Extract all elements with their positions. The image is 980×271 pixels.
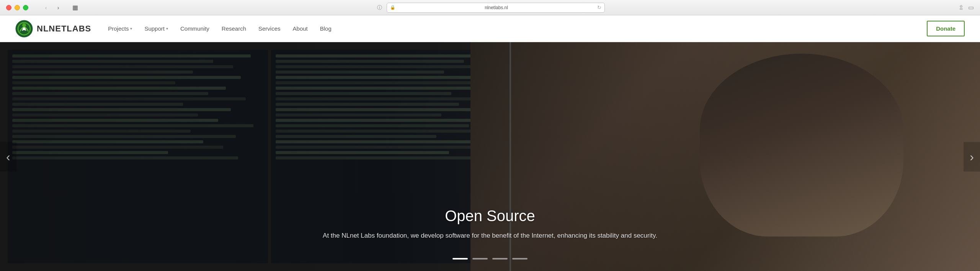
- window-controls-left: ‹ › ▦: [6, 3, 80, 12]
- nav-label-blog: Blog: [320, 25, 332, 32]
- nav-item-blog[interactable]: Blog: [315, 22, 337, 35]
- slide-dot-3[interactable]: [492, 258, 508, 260]
- close-button[interactable]: [6, 5, 11, 10]
- chevron-projects: ▾: [130, 26, 132, 31]
- nav-item-research[interactable]: Research: [216, 22, 252, 35]
- hero-title: Open Source: [318, 207, 662, 225]
- forward-arrow[interactable]: ›: [53, 3, 64, 12]
- nav-label-support: Support: [144, 25, 165, 32]
- info-button[interactable]: ⓘ: [375, 3, 384, 12]
- nav-links: Projects ▾ Support ▾ Community Research …: [103, 22, 927, 35]
- address-bar[interactable]: 🔒 nlnetlabs.nl ↻: [387, 3, 605, 13]
- window-controls-right: ⇫ ▭: [959, 4, 974, 11]
- nav-item-services[interactable]: Services: [253, 22, 286, 35]
- next-icon: ›: [970, 149, 974, 164]
- share-icon[interactable]: ⇫: [959, 4, 964, 11]
- slide-dot-1[interactable]: [452, 258, 468, 260]
- logo-text: NLNETLABS: [37, 24, 91, 34]
- person-silhouette: [700, 54, 903, 237]
- nav-item-support[interactable]: Support ▾: [139, 22, 173, 35]
- slide-dot-4[interactable]: [512, 258, 528, 260]
- nav-item-about[interactable]: About: [287, 22, 313, 35]
- back-arrow[interactable]: ‹: [41, 3, 51, 12]
- lock-icon: 🔒: [390, 5, 395, 10]
- nav-item-community[interactable]: Community: [175, 22, 215, 35]
- hero-prev-button[interactable]: ‹: [0, 142, 16, 171]
- prev-icon: ‹: [6, 149, 10, 164]
- browser-nav-arrows: ‹ ›: [41, 3, 64, 12]
- nav-label-projects: Projects: [108, 25, 129, 32]
- address-bar-container: ⓘ 🔒 nlnetlabs.nl ↻: [375, 3, 605, 13]
- slide-indicators: [452, 258, 528, 260]
- nav-label-community: Community: [180, 25, 209, 32]
- minimize-button[interactable]: [15, 5, 20, 10]
- hero-text: Open Source At the NLnet Labs foundation…: [318, 207, 662, 241]
- svg-point-2: [22, 23, 26, 27]
- nav-item-projects[interactable]: Projects ▾: [103, 22, 137, 35]
- nav-label-about: About: [293, 25, 308, 32]
- hero-next-button[interactable]: ›: [964, 142, 980, 171]
- nav-label-research: Research: [222, 25, 246, 32]
- slide-dot-2[interactable]: [472, 258, 488, 260]
- navbar: NLNETLABS Projects ▾ Support ▾ Community…: [0, 15, 980, 42]
- logo-container[interactable]: NLNETLABS: [15, 20, 91, 38]
- fullscreen-button[interactable]: [23, 5, 28, 10]
- website-content: NLNETLABS Projects ▾ Support ▾ Community…: [0, 15, 980, 271]
- donate-button[interactable]: Donate: [927, 21, 965, 36]
- logo-icon: [15, 20, 33, 38]
- new-tab-icon[interactable]: ▭: [968, 4, 974, 11]
- chevron-support: ▾: [166, 26, 168, 31]
- window-chrome: ‹ › ▦ ⓘ 🔒 nlnetlabs.nl ↻ ⇫ ▭: [0, 0, 980, 15]
- url-text: nlnetlabs.nl: [398, 5, 595, 10]
- traffic-lights: [6, 5, 28, 10]
- reload-button[interactable]: ↻: [597, 5, 601, 10]
- sidebar-button[interactable]: ▦: [70, 3, 80, 12]
- hero-subtitle: At the NLnet Labs foundation, we develop…: [318, 231, 662, 241]
- nav-label-services: Services: [258, 25, 281, 32]
- hero-section: ‹ › Open Source At the NLnet Labs founda…: [0, 42, 980, 271]
